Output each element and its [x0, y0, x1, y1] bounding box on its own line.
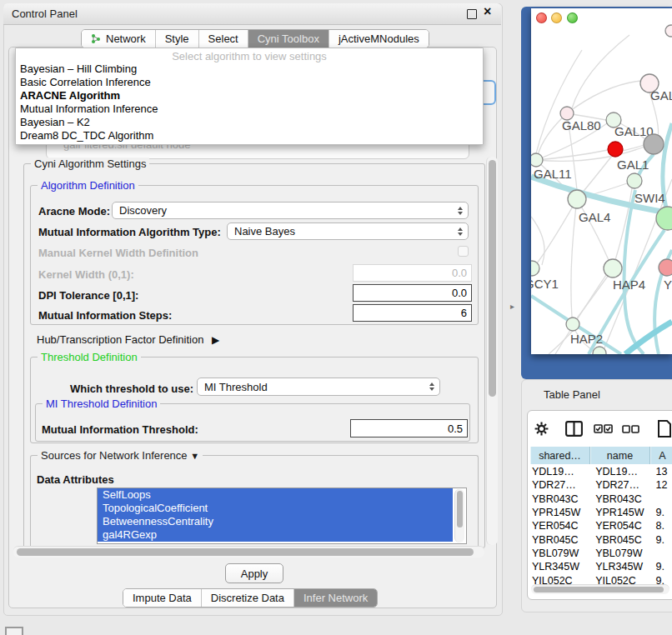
- table-cell: YBR045C: [589, 534, 647, 546]
- node-label-swi4: SWI4: [634, 191, 665, 205]
- data-attributes-list[interactable]: SelfLoopsTopologicalCoefficientBetweenne…: [97, 488, 467, 544]
- table-row[interactable]: YDR27…YDR27…12: [530, 478, 672, 492]
- gear-icon[interactable]: [534, 421, 549, 437]
- tab-label: Discretize Data: [211, 592, 284, 604]
- control-panel-titlebar: [3, 3, 501, 25]
- kernel-width-field[interactable]: 0.0: [353, 264, 472, 282]
- dpi-tolerance-field[interactable]: 0.0: [353, 284, 472, 302]
- table-cell: 8.: [648, 520, 672, 532]
- network-node-hap4[interactable]: [604, 259, 622, 278]
- tab-jactivemnodules[interactable]: jActiveMNodules: [329, 30, 429, 48]
- node-label-gal4: GAL4: [579, 210, 610, 224]
- table-row[interactable]: YBL079WYBL079W: [530, 547, 672, 560]
- close-icon[interactable]: ×: [484, 4, 491, 19]
- algorithm-option-aracne-algorithm[interactable]: ARACNE Algorithm: [16, 89, 483, 102]
- settings-vertical-scrollbar[interactable]: [486, 157, 498, 545]
- which-threshold-value: MI Threshold: [204, 381, 268, 393]
- tab-impute-data[interactable]: Impute Data: [123, 589, 202, 607]
- hub-definition-expander[interactable]: Hub/Transcription Factor Definition ▶: [37, 333, 219, 346]
- tab-select[interactable]: Select: [199, 30, 248, 48]
- cyni-mode-tabbar: Impute DataDiscretize DataInfer Network: [123, 588, 378, 608]
- network-node-gcy1[interactable]: [531, 261, 539, 276]
- hub-definition-label: Hub/Transcription Factor Definition: [37, 333, 203, 346]
- table-cell: YLR345W: [589, 561, 647, 572]
- table-cell: YDL19…: [589, 466, 647, 478]
- algorithm-option-mutual-information-inference[interactable]: Mutual Information Inference: [16, 102, 483, 116]
- table-cell: YBL079W: [589, 548, 647, 559]
- table-row[interactable]: YDL19…YDL19…13: [530, 465, 672, 478]
- network-node[interactable]: [644, 134, 664, 154]
- tab-cyni-toolbox[interactable]: Cyni Toolbox: [248, 30, 329, 48]
- tab-label: Infer Network: [303, 592, 368, 604]
- sources-collapse-toggle[interactable]: Sources for Network Inference ▼: [38, 449, 203, 462]
- algorithm-option-dream8-dc-tdc-algorithm[interactable]: Dream8 DC_TDC Algorithm: [16, 129, 483, 142]
- network-node[interactable]: [665, 25, 672, 37]
- tab-style[interactable]: Style: [156, 30, 199, 48]
- table-body: YDL19…YDL19…13YDR27…YDR27…12YBR043CYBR04…: [530, 465, 672, 588]
- table-cell: 9.: [648, 534, 672, 546]
- node-label-y: Y: [664, 278, 672, 292]
- table-row[interactable]: YPR145WYPR145W9.: [530, 506, 672, 519]
- table-horizontal-scrollbar[interactable]: [531, 584, 669, 594]
- page-icon[interactable]: [657, 419, 672, 438]
- tab-network[interactable]: Network: [82, 30, 156, 48]
- apply-button[interactable]: Apply: [225, 563, 283, 583]
- network-node-hap2[interactable]: [566, 318, 579, 331]
- mi-steps-field[interactable]: 6: [353, 304, 472, 322]
- control-panel-title: Control Panel: [12, 8, 78, 20]
- table-cell: YPR145W: [589, 507, 647, 518]
- attributes-list-scrollbar[interactable]: [454, 489, 464, 542]
- which-threshold-label: Which threshold to use:: [70, 382, 193, 395]
- node-label-gcy1: GCY1: [531, 277, 559, 291]
- tab-label: Select: [208, 32, 238, 45]
- network-node-gal11[interactable]: [531, 153, 543, 167]
- attribute-selfloops[interactable]: SelfLoops: [98, 488, 453, 502]
- manual-kernel-width-checkbox[interactable]: [458, 246, 469, 257]
- mi-algorithm-type-label: Mutual Information Algorithm Type:: [38, 226, 221, 238]
- aracne-mode-combo[interactable]: Discovery: [112, 202, 469, 219]
- chevron-down-icon: ▼: [190, 451, 199, 461]
- network-icon: [91, 33, 102, 44]
- algorithm-option-basic-correlation-inference[interactable]: Basic Correlation Inference: [16, 76, 483, 89]
- panel-splitter-handle[interactable]: ▸: [510, 302, 514, 311]
- attribute-gal4rgexp[interactable]: gal4RGexp: [98, 528, 453, 542]
- data-attributes-label: Data Attributes: [37, 473, 114, 486]
- table-row[interactable]: YLR345WYLR345W9.: [530, 560, 672, 573]
- which-threshold-combo[interactable]: MI Threshold: [197, 378, 440, 396]
- table-row[interactable]: YER054CYER054C8.: [530, 519, 672, 532]
- table-cell: YBR043C: [530, 493, 589, 505]
- table-panel-title: Table Panel: [544, 388, 600, 401]
- column-header-name[interactable]: name: [590, 447, 650, 464]
- table-cell: YBL079W: [530, 548, 589, 559]
- split-columns-icon[interactable]: [564, 420, 584, 438]
- attribute-betweennesscentrality[interactable]: BetweennessCentrality: [98, 515, 453, 528]
- algorithm-option-bayesian-k2[interactable]: Bayesian – K2: [16, 116, 483, 129]
- select-all-checkboxes-icon[interactable]: [594, 424, 614, 434]
- attribute-topologicalcoefficient[interactable]: TopologicalCoefficient: [98, 502, 453, 515]
- mi-threshold-field[interactable]: 0.5: [350, 419, 468, 438]
- network-graph: GAL7GAL80GAL10GAL1GAL11SWI4GAL4GCY1HAP4Y…: [531, 8, 672, 354]
- minimized-panel-icon[interactable]: [5, 627, 23, 635]
- table-cell: YDL19…: [530, 466, 589, 478]
- stepper-arrows-icon: [458, 228, 463, 236]
- clear-all-checkboxes-icon[interactable]: [622, 425, 640, 434]
- table-row[interactable]: YBR043CYBR043C: [530, 492, 672, 506]
- tab-infer-network[interactable]: Infer Network: [294, 589, 377, 607]
- column-header-shared[interactable]: shared…: [530, 447, 590, 464]
- network-node-y[interactable]: [659, 259, 672, 276]
- network-node-gal1[interactable]: [608, 142, 623, 157]
- network-node-swi4[interactable]: [627, 173, 642, 188]
- settings-horizontal-scrollbar[interactable]: [13, 546, 484, 558]
- float-window-icon[interactable]: [467, 9, 477, 19]
- table-cell: YBR043C: [589, 493, 647, 505]
- chevron-right-icon: ▶: [212, 334, 219, 346]
- node-label-gal11: GAL11: [534, 167, 572, 181]
- table-row[interactable]: YBR045CYBR045C9.: [530, 532, 672, 546]
- column-header-a[interactable]: A: [650, 447, 672, 464]
- tab-discretize-data[interactable]: Discretize Data: [202, 589, 294, 607]
- table-cell: YER054C: [589, 520, 647, 532]
- algorithm-option-bayesian-hill-climbing[interactable]: Bayesian – Hill Climbing: [16, 62, 483, 76]
- node-label-gal80: GAL80: [562, 118, 601, 132]
- network-node-gal4[interactable]: [568, 190, 586, 208]
- mi-algorithm-type-combo[interactable]: Naive Bayes: [227, 222, 469, 240]
